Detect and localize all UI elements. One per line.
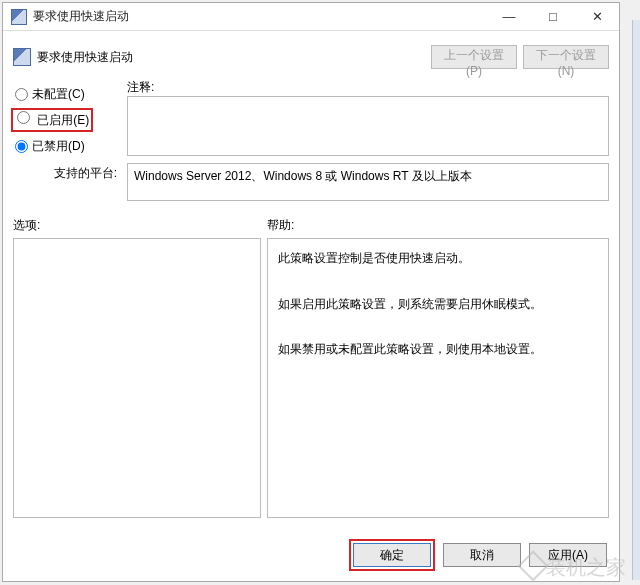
minimize-button[interactable]: ―: [487, 3, 531, 31]
close-button[interactable]: ✕: [575, 3, 619, 31]
help-line-1: 此策略设置控制是否使用快速启动。: [278, 247, 598, 270]
policy-title: 要求使用快速启动: [37, 49, 133, 66]
radio-enabled-row[interactable]: 已启用(E): [13, 107, 121, 133]
footer-buttons: 确定 取消 应用(A): [349, 539, 607, 571]
highlight-box-enabled: 已启用(E): [11, 108, 93, 132]
radio-disabled[interactable]: [15, 140, 28, 153]
dialog-window: 要求使用快速启动 ― □ ✕ 要求使用快速启动 上一个设置(P) 下一个设置(N…: [2, 2, 620, 582]
radio-not-configured[interactable]: [15, 88, 28, 101]
radio-not-configured-label: 未配置(C): [32, 86, 85, 103]
highlight-box-ok: 确定: [349, 539, 435, 571]
supported-label-cell: 支持的平台:: [13, 159, 121, 201]
next-setting-button[interactable]: 下一个设置(N): [523, 45, 609, 69]
options-label: 选项:: [13, 217, 267, 234]
cancel-button[interactable]: 取消: [443, 543, 521, 567]
section-labels: 选项: 帮助:: [13, 217, 609, 234]
supported-platforms-text: Windows Server 2012、Windows 8 或 Windows …: [134, 169, 472, 183]
maximize-button[interactable]: □: [531, 3, 575, 31]
app-icon: [11, 9, 27, 25]
right-column: 注释:: [127, 79, 609, 159]
policy-icon: [13, 48, 31, 66]
radio-disabled-label: 已禁用(D): [32, 138, 85, 155]
content-area: 要求使用快速启动 上一个设置(P) 下一个设置(N) 未配置(C) 已启用(E): [3, 31, 619, 518]
comment-textarea[interactable]: [127, 96, 609, 156]
window-title: 要求使用快速启动: [33, 8, 487, 25]
supported-platforms-box: Windows Server 2012、Windows 8 或 Windows …: [127, 163, 609, 201]
state-radio-group: 未配置(C) 已启用(E) 已禁用(D): [13, 79, 121, 159]
titlebar: 要求使用快速启动 ― □ ✕: [3, 3, 619, 31]
help-line-2: 如果启用此策略设置，则系统需要启用休眠模式。: [278, 293, 598, 316]
background-window-strip: [632, 20, 640, 580]
header-row: 要求使用快速启动 上一个设置(P) 下一个设置(N): [13, 39, 609, 75]
panes: 此策略设置控制是否使用快速启动。 如果启用此策略设置，则系统需要启用休眠模式。 …: [13, 238, 609, 518]
radio-disabled-row[interactable]: 已禁用(D): [13, 133, 121, 159]
supported-label: 支持的平台:: [54, 166, 117, 180]
body-grid: 未配置(C) 已启用(E) 已禁用(D) 注释: 支持的平台:: [13, 79, 609, 201]
comment-label: 注释:: [127, 80, 154, 94]
radio-enabled[interactable]: [17, 111, 30, 124]
ok-button[interactable]: 确定: [353, 543, 431, 567]
radio-not-configured-row[interactable]: 未配置(C): [13, 81, 121, 107]
options-pane[interactable]: [13, 238, 261, 518]
radio-enabled-label: 已启用(E): [37, 113, 89, 127]
apply-button[interactable]: 应用(A): [529, 543, 607, 567]
window-controls: ― □ ✕: [487, 3, 619, 31]
help-pane: 此策略设置控制是否使用快速启动。 如果启用此策略设置，则系统需要启用休眠模式。 …: [267, 238, 609, 518]
help-label: 帮助:: [267, 217, 294, 234]
previous-setting-button[interactable]: 上一个设置(P): [431, 45, 517, 69]
help-line-3: 如果禁用或未配置此策略设置，则使用本地设置。: [278, 338, 598, 361]
